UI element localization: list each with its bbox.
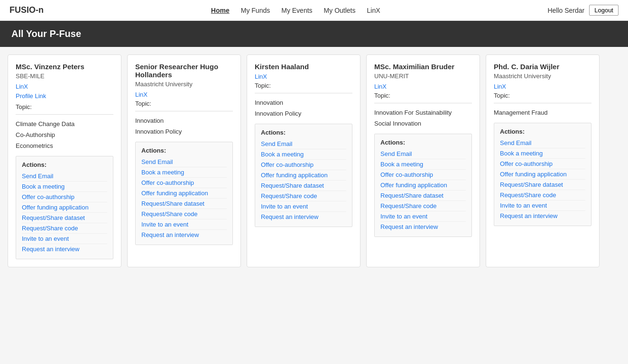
linx-link[interactable]: LinX [374, 83, 387, 90]
topic-item: Innovation Policy [135, 126, 233, 137]
action-item[interactable]: Request an interview [22, 244, 107, 254]
card-profile-link[interactable]: Profile Link [16, 92, 113, 100]
action-item[interactable]: Request/Share code [141, 209, 227, 219]
banner-title: All Your P-Fuse [11, 28, 81, 39]
action-item[interactable]: Send Email [380, 149, 466, 159]
actions-section: Actions:Send EmailBook a meetingOffer co… [135, 142, 233, 245]
card-org: Maastricht University [135, 81, 233, 88]
nav-home[interactable]: Home [211, 7, 230, 14]
action-item[interactable]: Request/Share code [500, 190, 585, 200]
action-item[interactable]: Offer co-authorship [380, 170, 466, 180]
action-item[interactable]: Book a meeting [141, 167, 227, 178]
action-item[interactable]: Send Email [141, 157, 227, 167]
action-item[interactable]: Send Email [261, 139, 346, 149]
actions-section: Actions:Send EmailBook a meetingOffer co… [494, 123, 591, 226]
topic-item: Innovation Policy [255, 108, 352, 119]
action-item[interactable]: Offer co-authorship [22, 192, 107, 202]
action-item[interactable]: Offer funding application [261, 170, 346, 181]
action-item[interactable]: Book a meeting [380, 159, 466, 170]
actions-label: Actions: [380, 139, 466, 146]
linx-link[interactable]: LinX [16, 83, 28, 90]
action-item[interactable]: Offer funding application [22, 202, 107, 213]
profile-card-4: Phd. C. Daria WijlerMaastricht Universit… [486, 55, 600, 267]
action-item[interactable]: Book a meeting [22, 182, 107, 192]
card-linx[interactable]: LinX [374, 82, 472, 90]
nav-my-outlets[interactable]: My Outlets [324, 7, 356, 14]
topic-label: Topic: [16, 103, 113, 110]
card-linx[interactable]: LinX [494, 82, 591, 90]
actions-section: Actions:Send EmailBook a meetingOffer co… [255, 124, 352, 227]
action-item[interactable]: Offer funding application [380, 180, 466, 191]
profile-card-2: Kirsten HaalandLinXTopic:InnovationInnov… [247, 55, 360, 267]
action-item[interactable]: Send Email [500, 138, 585, 148]
topic-divider [255, 93, 352, 93]
card-name: MSc. Vinzenz Peters [16, 63, 113, 71]
greeting: Hello Serdar [547, 7, 584, 14]
topic-divider [16, 114, 113, 115]
header: FUSIO-n Home My Funds My Events My Outle… [0, 0, 628, 21]
action-item[interactable]: Request an interview [500, 211, 585, 221]
card-linx[interactable]: LinX [255, 73, 352, 80]
actions-label: Actions: [141, 147, 227, 154]
nav-my-funds[interactable]: My Funds [241, 7, 270, 14]
action-item[interactable]: Request/Share code [380, 201, 466, 211]
card-name: Phd. C. Daria Wijler [494, 63, 591, 71]
action-item[interactable]: Send Email [22, 171, 107, 182]
topic-divider [374, 103, 472, 103]
nav-linx[interactable]: LinX [367, 7, 380, 14]
action-item[interactable]: Offer funding application [500, 169, 585, 180]
page-banner: All Your P-Fuse [0, 21, 628, 47]
linx-link[interactable]: LinX [135, 91, 148, 98]
actions-section: Actions:Send EmailBook a meetingOffer co… [16, 156, 113, 259]
topic-item: Innovation [255, 97, 352, 108]
topic-item: Social Innovation [374, 118, 472, 129]
actions-label: Actions: [261, 129, 346, 136]
nav-my-events[interactable]: My Events [281, 7, 312, 14]
action-item[interactable]: Book a meeting [261, 149, 346, 160]
topic-item: Management Fraud [494, 107, 591, 118]
action-item[interactable]: Request/Share dataset [500, 180, 585, 190]
profile-card-0: MSc. Vinzenz PetersSBE-MILELinXProfile L… [8, 55, 121, 267]
action-item[interactable]: Offer co-authorship [500, 159, 585, 169]
card-linx[interactable]: LinX [135, 91, 233, 98]
header-right: Hello Serdar Logout [547, 5, 619, 16]
action-item[interactable]: Invite to an event [22, 234, 107, 244]
action-item[interactable]: Offer co-authorship [261, 160, 346, 170]
topic-item: Econometrics [16, 140, 113, 151]
topic-divider [135, 111, 233, 111]
action-item[interactable]: Request/Share code [22, 223, 107, 234]
action-item[interactable]: Invite to an event [380, 211, 466, 222]
cards-container: MSc. Vinzenz PetersSBE-MILELinXProfile L… [0, 47, 628, 275]
action-item[interactable]: Book a meeting [500, 148, 585, 159]
profile-link[interactable]: Profile Link [16, 92, 46, 100]
actions-label: Actions: [22, 161, 107, 168]
action-item[interactable]: Request/Share dataset [380, 191, 466, 201]
linx-link[interactable]: LinX [255, 73, 267, 80]
linx-link[interactable]: LinX [494, 83, 506, 90]
card-org: UNU-MERIT [374, 73, 472, 80]
card-linx[interactable]: LinX [16, 82, 113, 90]
action-item[interactable]: Offer co-authorship [141, 178, 227, 188]
action-item[interactable]: Request/Share dataset [22, 213, 107, 223]
actions-label: Actions: [500, 128, 585, 135]
profile-card-1: Senior Researcher Hugo HollandersMaastri… [127, 55, 241, 267]
action-item[interactable]: Invite to an event [261, 201, 346, 212]
action-item[interactable]: Request an interview [380, 222, 466, 232]
topic-item: Innovation [135, 115, 233, 126]
profile-card-3: MSc. Maximilian BruderUNU-MERITLinXTopic… [366, 55, 480, 267]
card-name: Kirsten Haaland [255, 63, 352, 71]
action-item[interactable]: Invite to an event [500, 200, 585, 211]
topic-item: Innovation For Sustainability [374, 107, 472, 118]
topic-item: Climate Change Data [16, 118, 113, 129]
action-item[interactable]: Invite to an event [141, 219, 227, 230]
action-item[interactable]: Request an interview [141, 230, 227, 240]
logout-button[interactable]: Logout [589, 5, 619, 16]
topic-label: Topic: [255, 82, 352, 89]
topic-divider [494, 103, 591, 103]
action-item[interactable]: Request/Share dataset [261, 181, 346, 191]
action-item[interactable]: Request/Share dataset [141, 199, 227, 209]
topic-label: Topic: [374, 92, 472, 99]
action-item[interactable]: Request an interview [261, 212, 346, 222]
action-item[interactable]: Offer funding application [141, 188, 227, 199]
action-item[interactable]: Request/Share code [261, 191, 346, 201]
